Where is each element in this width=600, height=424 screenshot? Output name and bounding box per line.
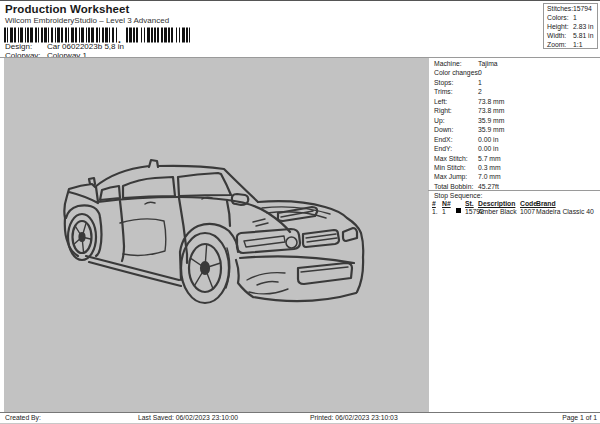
col-header-brand: Brand [536,200,556,207]
app-subtitle: Wilcom EmbroideryStudio – Level 3 Advanc… [5,16,169,25]
summary-row-stitches: Stitches:15794 [547,5,597,14]
detail-row-stops: Stops:1 [434,78,596,87]
detail-row-right: Right:73.8 mm [434,106,596,115]
thread-swatch [456,208,461,213]
stop-sequence-separator [428,190,600,191]
summary-row-zoom: Zoom:1:1 [547,41,597,50]
col-header-num: # [432,200,436,207]
design-preview-canvas [4,58,429,412]
car-line-art [57,156,369,310]
footer-created-by: Created By: [5,414,41,421]
detail-row-min-stitch: Min Stitch:0.3 mm [434,163,596,172]
design-label: Design: [5,42,47,51]
footer-page-number: Page 1 of 1 [562,414,597,421]
design-value: Car 06022023b 5,8 in [47,42,124,51]
thread-row-code: 1007 [520,208,535,215]
page-top-rule [0,0,600,1]
col-header-st: St. [465,200,474,207]
detail-row-trims: Trims:2 [434,87,596,96]
production-worksheet-page: Production Worksheet Wilcom EmbroiderySt… [0,0,600,424]
thread-row-num: 1. [432,208,438,215]
thread-row-n: 1 [442,208,446,215]
footer-separator [0,412,600,413]
thread-row-description: Amber Black [478,208,517,215]
detail-row-machine: Machine:Tajima [434,59,596,68]
summary-row-height: Height:2.83 in [547,23,597,32]
footer-printed: Printed: 06/02/2023 23:10:03 [310,414,398,421]
col-header-description: Description [478,200,515,207]
stop-sequence-title: Stop Sequence: [434,192,482,199]
design-summary-box: Stitches:15794 Colors:1 Height:2.83 in W… [543,3,598,49]
thread-row-brand: Madeira Classic 40 [536,208,594,215]
page-title: Production Worksheet [5,3,129,15]
design-row: Design:Car 06022023b 5,8 in [5,42,124,51]
detail-row-color-changes: Color changes:0 [434,68,596,77]
detail-row-left: Left:73.8 mm [434,97,596,106]
detail-row-endx: EndX:0.00 in [434,135,596,144]
detail-row-max-jump: Max Jump:7.0 mm [434,172,596,181]
detail-row-down: Down:35.9 mm [434,125,596,134]
col-header-n: N# [442,200,451,207]
detail-row-max-stitch: Max Stitch:5.7 mm [434,154,596,163]
detail-row-up: Up:35.9 mm [434,116,596,125]
col-header-code: Code [520,200,537,207]
summary-row-width: Width:5.81 in [547,32,597,41]
summary-row-colors: Colors:1 [547,14,597,23]
machine-details-panel: Machine:Tajima Color changes:0 Stops:1 T… [434,59,596,191]
footer-last-saved: Last Saved: 06/02/2023 23:10:00 [138,414,238,421]
detail-row-endy: EndY:0.00 in [434,144,596,153]
